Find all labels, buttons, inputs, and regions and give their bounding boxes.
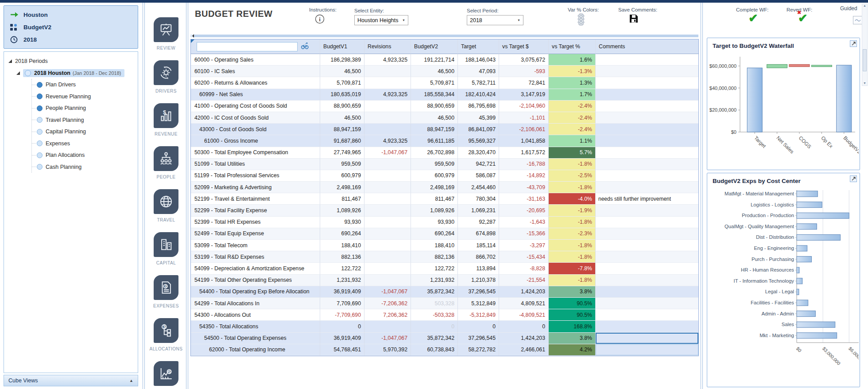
tree-node-2018-houston[interactable]: 2018 Houston(Jan 2018 - Dec 2018) bbox=[4, 67, 138, 79]
cell-vs-target-dollar[interactable]: -16,788 bbox=[499, 159, 549, 170]
guided-panel-handle[interactable] bbox=[853, 16, 863, 24]
cell-target[interactable]: 92,287 bbox=[458, 217, 499, 228]
account-label[interactable]: 51099 - Total Utilities bbox=[191, 159, 320, 170]
account-label[interactable]: 61000 - Gross Income bbox=[191, 135, 320, 147]
cell-vs-target-percent[interactable]: 4.2% bbox=[549, 344, 596, 356]
rail-step-travel[interactable]: TRAVEL bbox=[146, 189, 186, 222]
account-label[interactable]: 42000 - IC Cost of Goods Sold bbox=[191, 112, 320, 124]
rail-step-revenue[interactable]: $REVENUE bbox=[146, 103, 186, 136]
cell-revisions[interactable] bbox=[364, 217, 411, 228]
cell-vs-target-dollar[interactable]: -15,434 bbox=[499, 251, 549, 263]
find-icon[interactable] bbox=[300, 42, 309, 51]
cell-comment[interactable] bbox=[596, 147, 698, 159]
cell-budgetv2[interactable]: 88,900,659 bbox=[411, 101, 458, 112]
traffic-light-icon[interactable] bbox=[576, 13, 586, 27]
cell-vs-target-percent[interactable]: 1.3% bbox=[549, 77, 596, 89]
rail-step-allocations[interactable]: $ALLOCATIONS bbox=[146, 318, 186, 351]
instructions-icon[interactable]: i bbox=[314, 14, 325, 26]
cell-vs-target-dollar[interactable]: -21,554 bbox=[499, 275, 549, 286]
guided-panel-label[interactable]: Guided bbox=[840, 5, 857, 12]
cell-comment[interactable] bbox=[596, 205, 698, 216]
column-header-budgetv1[interactable]: BudgetV1 bbox=[320, 39, 364, 54]
cell-budgetv2[interactable]: 5,709,871 bbox=[411, 77, 458, 89]
cell-budgetv1[interactable]: 600,979 bbox=[320, 170, 364, 182]
cell-budgetv2[interactable]: 46,500 bbox=[411, 66, 458, 77]
workflow-info-item[interactable]: 2018 bbox=[6, 33, 136, 46]
cell-budgetv1[interactable]: 2,498,169 bbox=[320, 182, 364, 193]
account-label[interactable]: 62000 - Total Operating Income bbox=[191, 344, 320, 356]
account-label[interactable]: 52199 - Travel & Entertainment bbox=[191, 193, 320, 205]
cell-revisions[interactable] bbox=[364, 112, 411, 124]
cell-budgetv2[interactable]: 188,410 bbox=[411, 240, 458, 251]
cell-budgetv1[interactable]: 188,410 bbox=[320, 240, 364, 251]
cell-budgetv1[interactable]: 91,687,860 bbox=[320, 135, 364, 147]
cell-target[interactable]: 37,296,545 bbox=[458, 333, 499, 344]
account-label[interactable]: 54099 - Depreciation & Amortization Expe… bbox=[191, 263, 320, 274]
account-label[interactable]: 54199 - Total Other Operating Expenses bbox=[191, 275, 320, 286]
expand-icon[interactable] bbox=[850, 40, 857, 47]
account-label[interactable]: 54299 - Total Allocations In bbox=[191, 298, 320, 309]
column-header-target[interactable]: Target bbox=[458, 39, 499, 54]
cell-vs-target-dollar[interactable]: -14,892 bbox=[499, 170, 549, 182]
horizontal-scrollbar[interactable] bbox=[190, 35, 698, 37]
cell-target[interactable]: 780,304 bbox=[458, 193, 499, 205]
complete-wf-check-icon[interactable]: ✔ bbox=[748, 12, 758, 24]
cell-revisions[interactable] bbox=[364, 321, 411, 332]
cell-revisions[interactable] bbox=[364, 124, 411, 135]
account-label[interactable]: 54400 - Total Operating Exp Before Alloc… bbox=[191, 286, 320, 298]
cell-target[interactable]: 182,410,424 bbox=[458, 89, 499, 101]
period-dropdown[interactable]: 2018▼ bbox=[467, 15, 523, 25]
cell-vs-target-dollar[interactable]: -1,101 bbox=[499, 112, 549, 124]
cell-comment[interactable] bbox=[596, 89, 698, 101]
cell-target[interactable]: 185,114 bbox=[458, 240, 499, 251]
cell-budgetv2[interactable]: 93,930 bbox=[411, 217, 458, 228]
cell-vs-target-percent[interactable]: -1.8% bbox=[549, 182, 596, 193]
cell-budgetv2[interactable]: 1,231,932 bbox=[411, 275, 458, 286]
rail-step-people[interactable]: PEOPLE bbox=[146, 146, 186, 179]
cell-comment[interactable] bbox=[596, 124, 698, 135]
scrollbar-thumb[interactable] bbox=[194, 35, 698, 37]
cell-vs-target-dollar[interactable]: 1,424,203 bbox=[499, 286, 549, 298]
cell-budgetv2[interactable]: 600,979 bbox=[411, 170, 458, 182]
rail-step-analysis[interactable]: $ bbox=[146, 361, 186, 386]
cell-budgetv2[interactable]: 185,558,344 bbox=[411, 89, 458, 101]
account-label[interactable]: 60200 - Returns & Allowances bbox=[191, 77, 320, 89]
account-label[interactable]: 52499 - Total Equip Expense bbox=[191, 228, 320, 240]
cell-vs-target-percent[interactable]: -1.8% bbox=[549, 251, 596, 263]
cell-vs-target-percent[interactable]: -1.8% bbox=[549, 275, 596, 286]
cell-target[interactable]: 95,569,327 bbox=[458, 135, 499, 147]
cell-revisions[interactable]: 4,923,325 bbox=[364, 54, 411, 66]
cell-vs-target-percent[interactable]: -1.8% bbox=[549, 159, 596, 170]
cell-comment[interactable] bbox=[596, 66, 698, 77]
expand-triangle-icon[interactable] bbox=[16, 71, 20, 75]
cell-vs-target-dollar[interactable]: 4,809,521 bbox=[499, 298, 549, 309]
cell-revisions[interactable] bbox=[364, 193, 411, 205]
cell-budgetv1[interactable]: 0 bbox=[320, 321, 364, 332]
cell-comment[interactable] bbox=[596, 344, 698, 356]
cell-revisions[interactable]: -7,206,362 bbox=[364, 298, 411, 309]
cell-comment[interactable] bbox=[596, 263, 698, 274]
cube-views-bar[interactable]: Cube Views ▲ bbox=[4, 375, 138, 386]
cell-budgetv2[interactable]: 811,467 bbox=[411, 193, 458, 205]
tree-item-revenue-planning[interactable]: Revenue Planning bbox=[32, 91, 138, 103]
cell-vs-target-percent[interactable]: 1.6% bbox=[549, 54, 596, 66]
cell-vs-target-percent[interactable]: -1.9% bbox=[549, 205, 596, 216]
grid-filter-input[interactable] bbox=[197, 42, 298, 51]
cell-revisions[interactable]: 5,970,392 bbox=[364, 344, 411, 356]
cell-vs-target-dollar[interactable]: 2,466,061 bbox=[499, 344, 549, 356]
account-label[interactable]: 50300 - Total Employee Compensation bbox=[191, 147, 320, 159]
entity-dropdown[interactable]: Houston Heights▼ bbox=[354, 15, 408, 25]
cell-target[interactable]: 2,454,460 bbox=[458, 182, 499, 193]
cell-vs-target-dollar[interactable]: -3,297 bbox=[499, 240, 549, 251]
cell-target[interactable]: 28,320,470 bbox=[458, 147, 499, 159]
cell-revisions[interactable]: 4,923,325 bbox=[364, 135, 411, 147]
cell-budgetv2[interactable]: 88,947,159 bbox=[411, 124, 458, 135]
cell-vs-target-dollar[interactable]: 3,147,919 bbox=[499, 89, 549, 101]
cell-vs-target-dollar[interactable]: 3,075,672 bbox=[499, 54, 549, 66]
cell-target[interactable]: 5,312,849 bbox=[458, 298, 499, 309]
tree-item-travel-planning[interactable]: Travel Planning bbox=[32, 114, 138, 126]
cell-revisions[interactable] bbox=[364, 159, 411, 170]
cell-vs-target-dollar[interactable]: -8,828 bbox=[499, 263, 549, 274]
cell-comment[interactable] bbox=[596, 275, 698, 286]
cell-vs-target-dollar[interactable]: -4,809,521 bbox=[499, 309, 549, 321]
